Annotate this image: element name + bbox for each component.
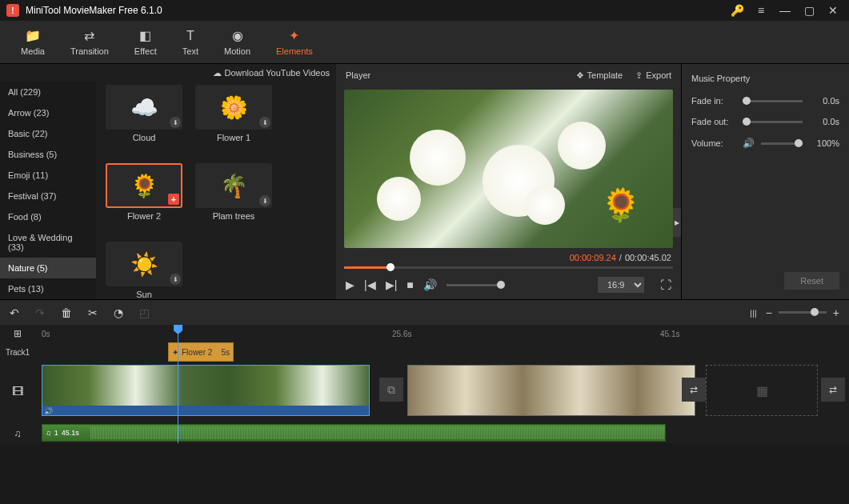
tab-media[interactable]: 📁Media	[8, 25, 58, 59]
video-clip[interactable]: 🔊	[42, 365, 370, 416]
category-item[interactable]: Emoji (11)	[0, 165, 96, 186]
maximize-icon[interactable]: ▢	[799, 1, 819, 20]
download-icon[interactable]: ⬇	[259, 117, 270, 128]
category-item[interactable]: Arrow (23)	[0, 102, 96, 123]
elements-icon: ✦	[289, 28, 299, 43]
total-time: 00:00:45.02	[625, 253, 671, 262]
stop-icon[interactable]: ■	[406, 278, 413, 291]
video-track-icon: 🎞	[0, 363, 35, 419]
tab-elements[interactable]: ✦Elements	[263, 25, 326, 59]
fadeout-value: 0.0s	[809, 117, 839, 126]
fadeout-slider[interactable]	[743, 121, 803, 123]
download-youtube-link[interactable]: ☁ Download YouTube Videos	[0, 64, 336, 82]
video-clip[interactable]	[407, 365, 695, 416]
motion-icon: ◉	[232, 28, 243, 43]
volume-icon[interactable]: 🔊	[423, 278, 437, 291]
element-name: Flower 2	[127, 211, 161, 221]
next-frame-icon[interactable]: ▶|	[386, 278, 398, 291]
redo-icon[interactable]: ↷	[35, 306, 45, 319]
add-track-icon[interactable]: ⊞	[0, 325, 35, 342]
undo-icon[interactable]: ↶	[10, 306, 19, 319]
element-name: Flower 1	[217, 133, 250, 142]
split-icon[interactable]: ✂	[88, 306, 98, 319]
play-icon[interactable]: ▶	[346, 278, 354, 291]
fit-icon[interactable]: ⫼	[748, 306, 759, 319]
element-thumb[interactable]: ☁️⬇	[106, 85, 182, 130]
element-thumb[interactable]: ☀️⬇	[106, 242, 182, 286]
element-name: Cloud	[133, 133, 156, 142]
drop-zone[interactable]: ▦	[706, 365, 818, 416]
ruler-mark: 45.1s	[660, 330, 679, 338]
fullscreen-icon[interactable]: ⛶	[660, 278, 671, 291]
flower-overlay-icon: 🌻	[601, 186, 641, 224]
player-title: Player	[346, 70, 563, 80]
category-item[interactable]: Pets (13)	[0, 278, 96, 299]
clip-volume-icon: 🔊	[44, 407, 53, 415]
volume-prop-slider[interactable]	[761, 142, 803, 145]
element-thumb[interactable]: 🌼⬇	[195, 85, 272, 130]
window-title: MiniTool MovieMaker Free 6.1.0	[26, 5, 723, 16]
text-icon: T	[186, 29, 194, 43]
volume-value: 100%	[809, 138, 839, 148]
property-title: Music Property	[691, 74, 839, 83]
fadein-value: 0.0s	[809, 96, 839, 106]
speaker-icon[interactable]: 🔊	[743, 138, 755, 149]
category-item[interactable]: Love & Wedding (33)	[0, 227, 96, 258]
element-thumb[interactable]: 🌻+	[106, 163, 182, 208]
download-icon[interactable]: ⬇	[170, 274, 181, 285]
element-name: Plam trees	[213, 211, 255, 221]
cloud-download-icon: ☁	[213, 68, 222, 78]
category-item[interactable]: Food (8)	[0, 206, 96, 227]
tab-text[interactable]: TText	[170, 26, 211, 59]
playhead[interactable]	[178, 325, 178, 443]
transition-icon: ⇄	[84, 28, 94, 43]
ruler-mark: 0s	[42, 330, 50, 338]
close-icon[interactable]: ✕	[823, 1, 843, 20]
minimize-icon[interactable]: —	[775, 1, 795, 20]
swap-icon[interactable]: ⇄	[682, 378, 706, 402]
export-icon: ⇪	[635, 70, 643, 81]
menu-icon[interactable]: ≡	[751, 1, 771, 20]
fadein-label: Fade in:	[691, 96, 736, 106]
aspect-select[interactable]: 16:9	[598, 277, 644, 293]
tab-effect[interactable]: ◧Effect	[122, 25, 170, 59]
category-item[interactable]: Festival (37)	[0, 186, 96, 206]
ruler-mark: 25.6s	[392, 330, 411, 338]
app-logo: !	[6, 4, 19, 17]
delete-icon[interactable]: 🗑	[61, 306, 72, 319]
download-icon[interactable]: ⬇	[170, 117, 181, 128]
category-item[interactable]: Business (5)	[0, 144, 96, 165]
audio-clip[interactable]: ♫ 1 45.1s	[42, 424, 666, 442]
fadeout-label: Fade out:	[691, 117, 736, 126]
effect-icon: ◧	[139, 28, 151, 43]
export-button[interactable]: ⇪ Export	[635, 70, 671, 81]
category-item[interactable]: All (229)	[0, 82, 96, 102]
current-time: 00:00:09.24	[570, 253, 616, 262]
transition-slot[interactable]: ⧉	[379, 378, 403, 402]
zoom-slider[interactable]	[779, 311, 827, 314]
element-name: Sun	[136, 290, 152, 299]
volume-slider[interactable]	[447, 284, 503, 286]
category-item[interactable]: Nature (5)	[0, 258, 96, 278]
key-icon[interactable]: 🔑	[727, 1, 747, 20]
reset-button[interactable]: Reset	[784, 272, 839, 290]
zoom-in-icon[interactable]: +	[833, 306, 839, 319]
volume-label: Volume:	[691, 138, 736, 148]
tab-motion[interactable]: ◉Motion	[211, 25, 263, 59]
seek-slider[interactable]	[344, 264, 673, 270]
music-icon: ♫	[46, 429, 51, 437]
element-thumb[interactable]: 🌴⬇	[195, 163, 272, 208]
zoom-out-icon[interactable]: −	[766, 306, 772, 319]
audio-track-icon: ♫	[0, 424, 35, 443]
video-preview[interactable]: 🌻	[344, 90, 673, 248]
media-icon: 📁	[25, 28, 41, 43]
swap-icon[interactable]: ⇄	[821, 378, 845, 402]
template-button[interactable]: ❖ Template	[576, 70, 623, 81]
add-icon[interactable]: +	[168, 194, 179, 205]
download-icon[interactable]: ⬇	[259, 195, 270, 206]
category-item[interactable]: Basic (22)	[0, 123, 96, 144]
panel-expand-icon[interactable]: ▶	[673, 208, 681, 237]
tab-transition[interactable]: ⇄Transition	[58, 25, 122, 59]
fadein-slider[interactable]	[743, 100, 803, 102]
prev-frame-icon[interactable]: |◀	[364, 278, 376, 291]
